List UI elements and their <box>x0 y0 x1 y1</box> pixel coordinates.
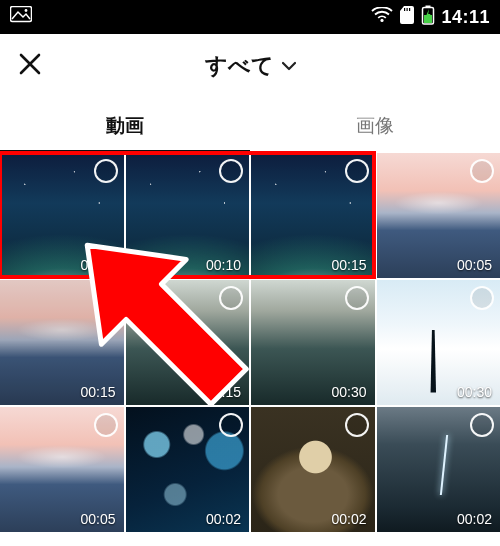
video-thumb[interactable]: 00:02 <box>251 407 375 532</box>
select-circle-icon[interactable] <box>345 286 369 310</box>
select-circle-icon[interactable] <box>345 159 369 183</box>
tab-image[interactable]: 画像 <box>250 98 500 153</box>
video-duration: 00:30 <box>457 384 492 400</box>
gallery-icon <box>10 6 32 28</box>
sd-card-icon <box>399 6 415 28</box>
battery-charging-icon <box>421 5 435 29</box>
select-circle-icon[interactable] <box>470 413 494 437</box>
video-duration: 00:02 <box>331 511 366 527</box>
video-thumb[interactable]: 00:10 <box>126 153 250 278</box>
select-circle-icon[interactable] <box>219 286 243 310</box>
video-thumb[interactable]: 00:05 <box>0 407 124 532</box>
select-circle-icon[interactable] <box>94 413 118 437</box>
svg-point-2 <box>381 19 384 22</box>
video-thumb[interactable]: 00:02 <box>377 407 501 532</box>
status-bar: 14:11 <box>0 0 500 34</box>
tab-video[interactable]: 動画 <box>0 98 250 153</box>
video-duration: 00:05 <box>80 511 115 527</box>
album-selector[interactable]: すべて <box>205 51 296 81</box>
video-thumb[interactable]: 00:02 <box>126 407 250 532</box>
tab-video-label: 動画 <box>106 113 144 139</box>
svg-rect-7 <box>426 6 431 8</box>
video-thumb[interactable]: 00:05 <box>0 153 124 278</box>
svg-rect-4 <box>407 8 408 11</box>
media-tabs: 動画 画像 <box>0 98 500 153</box>
svg-point-1 <box>25 9 28 12</box>
wifi-icon <box>371 7 393 27</box>
album-header: すべて <box>0 34 500 98</box>
select-circle-icon[interactable] <box>94 286 118 310</box>
select-circle-icon[interactable] <box>470 286 494 310</box>
svg-rect-3 <box>404 8 405 11</box>
media-grid: 00:05 00:10 00:15 00:05 00:15 00:15 <box>0 153 500 546</box>
select-circle-icon[interactable] <box>470 159 494 183</box>
select-circle-icon[interactable] <box>345 413 369 437</box>
video-thumb[interactable]: 00:30 <box>251 280 375 405</box>
chevron-down-icon <box>282 58 296 74</box>
video-duration: 00:15 <box>331 257 366 273</box>
tab-image-label: 画像 <box>356 113 394 139</box>
video-thumb[interactable]: 00:15 <box>0 280 124 405</box>
video-duration: 00:02 <box>206 511 241 527</box>
status-time: 14:11 <box>441 7 490 28</box>
video-duration: 00:30 <box>331 384 366 400</box>
video-duration: 00:10 <box>206 257 241 273</box>
select-circle-icon[interactable] <box>94 159 118 183</box>
video-thumb[interactable]: 00:05 <box>377 153 501 278</box>
album-title: すべて <box>205 51 274 81</box>
video-duration: 00:15 <box>80 384 115 400</box>
svg-rect-5 <box>409 8 410 11</box>
close-button[interactable] <box>18 51 42 81</box>
select-circle-icon[interactable] <box>219 413 243 437</box>
video-duration: 00:05 <box>457 257 492 273</box>
video-thumb[interactable]: 00:15 <box>251 153 375 278</box>
video-duration: 00:15 <box>206 384 241 400</box>
select-circle-icon[interactable] <box>219 159 243 183</box>
video-duration: 00:02 <box>457 511 492 527</box>
video-thumb[interactable]: 00:30 <box>377 280 501 405</box>
video-duration: 00:05 <box>80 257 115 273</box>
video-thumb[interactable]: 00:15 <box>126 280 250 405</box>
